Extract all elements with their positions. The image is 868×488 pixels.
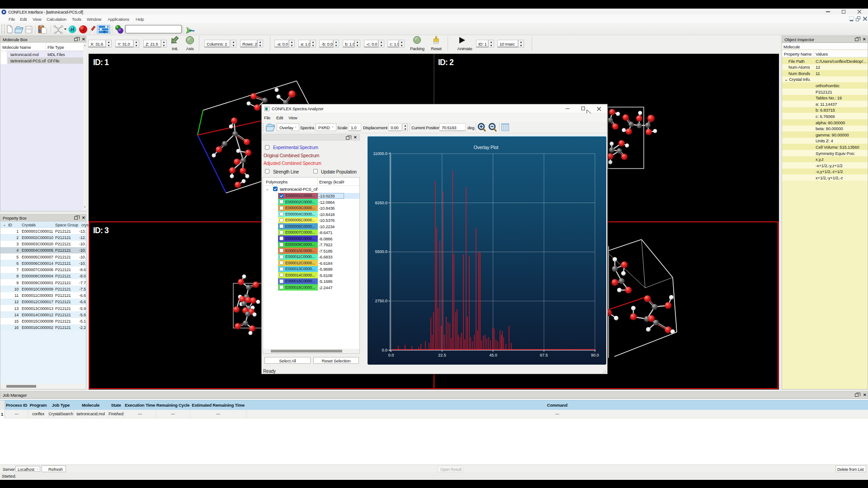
svg-text:H: H	[71, 27, 74, 32]
svg-text:45.0: 45.0	[489, 353, 497, 357]
svg-text:0.0: 0.0	[388, 353, 394, 357]
svg-text:0.0: 0.0	[382, 348, 387, 352]
svg-text:1: 1	[82, 27, 85, 32]
svg-text:8250.0: 8250.0	[375, 201, 387, 205]
svg-text:2750.0: 2750.0	[375, 299, 387, 303]
svg-text:22.5: 22.5	[438, 353, 446, 357]
svg-text:67.5: 67.5	[540, 353, 548, 357]
svg-text:90.0: 90.0	[591, 353, 599, 357]
svg-text:Overlay Plot: Overlay Plot	[474, 145, 499, 150]
svg-text:5500.0: 5500.0	[375, 249, 387, 254]
svg-text:11000.0: 11000.0	[373, 151, 387, 156]
